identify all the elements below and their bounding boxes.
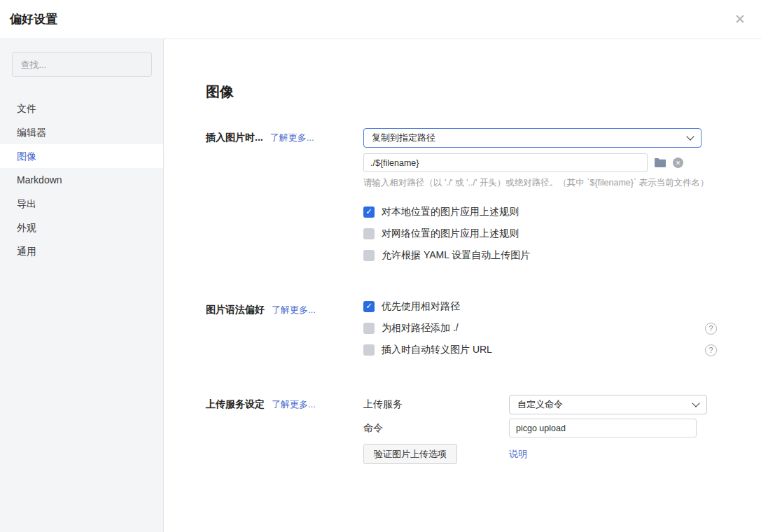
question-mark: ?	[708, 346, 713, 354]
section-insert-image: 插入图片时...了解更多... 复制到指定路径	[206, 128, 761, 271]
checkbox-label: 优先使用相对路径	[382, 300, 460, 313]
search-input[interactable]	[12, 52, 152, 77]
titlebar: 偏好设置 ✕	[0, 0, 761, 39]
checkbox-apply-network-images[interactable]: 对网络位置的图片应用上述规则	[363, 227, 519, 240]
checkbox-prefer-relative-path[interactable]: 优先使用相对路径	[363, 300, 460, 313]
sidebar-item-markdown[interactable]: Markdown	[0, 168, 163, 192]
sidebar-item-image[interactable]: 图像	[0, 144, 163, 168]
sidebar-item-files[interactable]: 文件	[0, 97, 163, 120]
sidebar-item-general[interactable]: 通用	[0, 239, 163, 263]
upload-service-select-value: 自定义命令	[517, 398, 563, 411]
checkbox-add-dot-slash[interactable]: 为相对路径添加 ./	[363, 322, 459, 335]
checkbox-unchecked-icon	[363, 228, 375, 239]
checkbox-label: 对本地位置的图片应用上述规则	[382, 206, 519, 218]
sidebar-item-appearance[interactable]: 外观	[0, 216, 163, 239]
sidebar-item-export[interactable]: 导出	[0, 192, 163, 216]
close-button[interactable]: ✕	[732, 10, 748, 29]
section-image-syntax: 图片语法偏好了解更多... 优先使用相对路径 为相对路径添加 ./	[206, 300, 761, 365]
checkbox-escape-image-url[interactable]: 插入时自动转义图片 URL	[363, 344, 492, 356]
checkbox-checked-icon	[363, 206, 375, 218]
upload-learn-more-link[interactable]: 了解更多...	[272, 399, 316, 410]
checkbox-checked-icon	[363, 301, 375, 312]
sidebar-item-editor[interactable]: 编辑器	[0, 120, 163, 144]
path-hint-text: 请输入相对路径（以 './' 或 '../' 开头）或绝对路径。（其中 `${f…	[363, 177, 717, 189]
syntax-learn-more-link[interactable]: 了解更多...	[272, 304, 316, 315]
sidebar-nav: 文件 编辑器 图像 Markdown 导出 外观 通用	[0, 97, 163, 263]
checkbox-label: 对网络位置的图片应用上述规则	[382, 227, 519, 240]
checkbox-yaml-auto-upload[interactable]: 允许根据 YAML 设置自动上传图片	[363, 249, 530, 262]
validate-upload-button[interactable]: 验证图片上传选项	[363, 444, 457, 464]
clear-icon: ✕	[676, 160, 681, 167]
checkbox-label: 插入时自动转义图片 URL	[382, 344, 492, 356]
help-icon[interactable]: ?	[705, 344, 717, 356]
sidebar: 文件 编辑器 图像 Markdown 导出 外观 通用	[0, 39, 164, 532]
chevron-down-icon	[692, 399, 699, 407]
upload-doc-link[interactable]: 说明	[509, 448, 527, 461]
window-title: 偏好设置	[10, 11, 57, 27]
folder-icon	[654, 158, 666, 168]
insert-section-label: 插入图片时...	[206, 132, 263, 143]
command-label: 命令	[363, 422, 509, 435]
syntax-section-label: 图片语法偏好	[206, 304, 265, 315]
upload-service-label: 上传服务	[363, 398, 509, 411]
command-input[interactable]	[509, 419, 697, 438]
help-icon[interactable]: ?	[705, 323, 717, 335]
checkbox-unchecked-icon	[363, 344, 375, 356]
checkbox-unchecked-icon	[363, 323, 375, 334]
clear-path-button[interactable]: ✕	[673, 158, 683, 168]
upload-service-select[interactable]: 自定义命令	[509, 395, 707, 414]
close-icon: ✕	[734, 12, 746, 27]
question-mark: ?	[708, 324, 713, 332]
chevron-down-icon	[686, 132, 694, 140]
checkbox-unchecked-icon	[363, 250, 375, 261]
checkbox-apply-local-images[interactable]: 对本地位置的图片应用上述规则	[363, 206, 519, 218]
section-upload-service: 上传服务设定了解更多... 上传服务 自定义命令 命令	[206, 395, 761, 464]
checkbox-label: 为相对路径添加 ./	[382, 322, 459, 335]
preferences-window: 偏好设置 ✕ 文件 编辑器 图像 Markdown 导出 外观 通用 图像	[0, 0, 761, 532]
copy-path-input[interactable]	[363, 153, 648, 172]
page-title: 图像	[206, 83, 761, 102]
checkbox-label: 允许根据 YAML 设置自动上传图片	[382, 249, 530, 262]
upload-section-label: 上传服务设定	[206, 398, 265, 410]
folder-browse-button[interactable]	[654, 158, 666, 168]
content-pane: 图像 插入图片时...了解更多... 复制到指定路径	[164, 39, 761, 532]
insert-mode-select-value: 复制到指定路径	[372, 132, 435, 144]
insert-mode-select[interactable]: 复制到指定路径	[363, 128, 701, 148]
insert-learn-more-link[interactable]: 了解更多...	[270, 132, 314, 143]
